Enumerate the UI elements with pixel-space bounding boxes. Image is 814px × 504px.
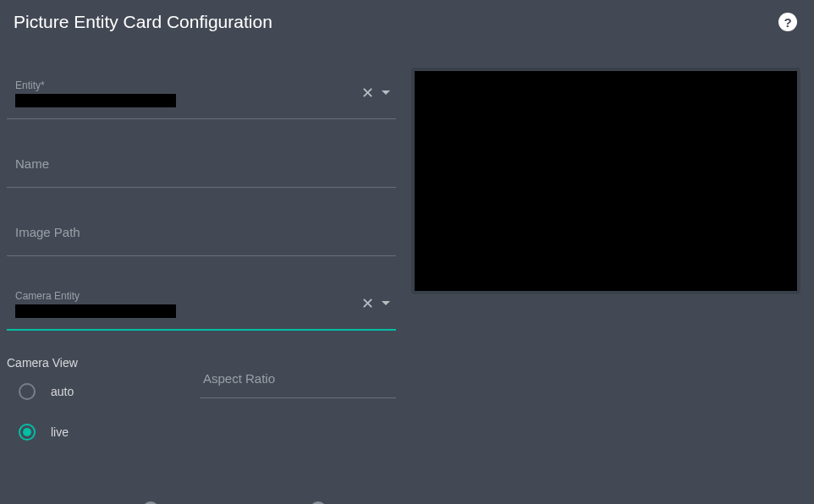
dialog-header: Picture Entity Card Configuration ? (0, 0, 814, 42)
name-label: Name (15, 156, 49, 171)
radio-live-dot (23, 428, 31, 436)
clear-camera-entity-icon[interactable]: ✕ (361, 296, 374, 311)
dialog-title: Picture Entity Card Configuration (14, 12, 272, 32)
camera-view-block: Camera View auto live (7, 356, 176, 464)
radio-option-auto[interactable]: auto (7, 383, 176, 400)
entity-value (15, 94, 176, 107)
image-path-label: Image Path (15, 225, 80, 239)
radio-live-label: live (51, 425, 69, 439)
aspect-ratio-label: Aspect Ratio (203, 371, 275, 386)
radio-live[interactable] (19, 424, 36, 441)
entity-label: Entity* (15, 79, 396, 91)
form-column: Entity* ✕ Name Image Path Camera Entity (7, 68, 396, 504)
entity-field[interactable]: Entity* ✕ (7, 68, 396, 119)
clear-entity-icon[interactable]: ✕ (361, 85, 374, 101)
card-preview (411, 68, 800, 294)
camera-entity-dropdown-icon[interactable] (381, 300, 391, 307)
radio-option-live[interactable]: live (7, 424, 176, 441)
camera-entity-label: Camera Entity (15, 290, 396, 302)
help-icon[interactable]: ? (778, 13, 797, 31)
aspect-ratio-field[interactable]: Aspect Ratio (200, 359, 396, 398)
image-path-field[interactable]: Image Path (7, 210, 396, 256)
dialog-content: Entity* ✕ Name Image Path Camera Entity (0, 42, 814, 504)
camera-view-aspect-row: Camera View auto live Aspect Ratio (7, 356, 396, 464)
radio-auto[interactable] (19, 383, 36, 400)
radio-auto-label: auto (51, 385, 74, 398)
aspect-ratio-block: Aspect Ratio (200, 356, 396, 464)
camera-entity-value (15, 304, 176, 318)
preview-column (411, 68, 800, 504)
camera-entity-field[interactable]: Camera Entity ✕ (7, 278, 396, 331)
camera-view-label: Camera View (7, 356, 176, 370)
name-field[interactable]: Name (7, 141, 396, 188)
entity-dropdown-icon[interactable] (381, 90, 391, 96)
